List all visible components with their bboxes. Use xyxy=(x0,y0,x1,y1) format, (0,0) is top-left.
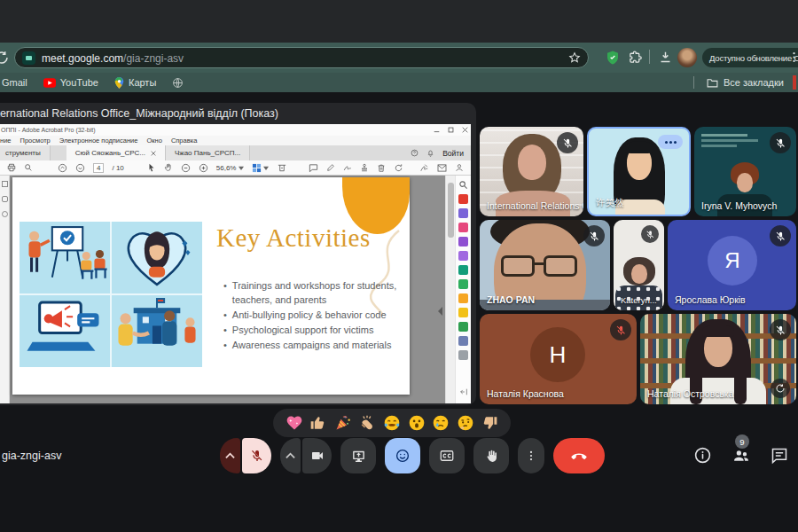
info-icon[interactable] xyxy=(693,446,712,465)
sparkling-heart-icon[interactable] xyxy=(286,414,303,432)
all-bookmarks-button[interactable]: Все закладки xyxy=(693,75,796,90)
bell-icon[interactable] xyxy=(426,149,434,157)
tile-nataliia-ostrovska[interactable]: Наталія Островська xyxy=(640,314,796,404)
export-pdf-icon[interactable] xyxy=(458,194,468,204)
tile-kateryna[interactable]: Kateryn... xyxy=(614,220,664,310)
thinking-face-icon[interactable] xyxy=(457,414,474,432)
zoom-in-icon[interactable] xyxy=(199,163,208,173)
bookmark-gmail[interactable]: Gmail xyxy=(2,77,27,88)
display-settings-icon[interactable] xyxy=(277,163,287,173)
edit-pdf-icon[interactable] xyxy=(458,251,468,261)
envelope-icon[interactable] xyxy=(437,164,447,172)
maximize-icon[interactable] xyxy=(448,127,454,133)
raise-hand-button[interactable] xyxy=(473,438,509,473)
zoom-level-select[interactable]: 56,6% xyxy=(216,164,245,172)
party-popper-icon[interactable] xyxy=(334,414,352,432)
tile-xu-xiaoran[interactable]: 许笑然 xyxy=(587,127,691,216)
stamp-icon[interactable] xyxy=(360,163,369,172)
excel-export-icon[interactable] xyxy=(458,279,468,289)
mic-toggle-button[interactable] xyxy=(242,438,271,473)
tab-tools[interactable]: струменты xyxy=(0,145,51,160)
print-production-icon[interactable] xyxy=(458,322,468,332)
menu-help[interactable]: Справка xyxy=(171,137,197,145)
account-icon[interactable] xyxy=(455,163,464,172)
tile-international-relations[interactable]: International Relations O... xyxy=(480,127,583,216)
camera-options-chevron[interactable] xyxy=(280,438,301,473)
tile-nataliia-krasnova[interactable]: Н Наталія Краснова xyxy=(480,314,637,404)
menu-view[interactable]: Просмотр xyxy=(20,137,51,145)
fill-sign-icon[interactable] xyxy=(419,163,429,172)
tears-of-joy-icon[interactable] xyxy=(383,414,401,432)
tab-doc-1[interactable]: Сюй Сяожань_СРС... xyxy=(66,145,166,160)
download-icon[interactable] xyxy=(658,50,673,65)
scrollbar-thumb[interactable] xyxy=(448,183,454,238)
menu-esign[interactable]: Электронное подписание xyxy=(59,137,138,145)
end-call-button[interactable] xyxy=(553,438,605,473)
chrome-update-button[interactable]: Доступно обновление Chrome xyxy=(702,48,798,67)
panel-collapse-arrow[interactable] xyxy=(438,307,442,316)
address-bar[interactable]: meet.google.com/gia-zngi-asv xyxy=(14,47,589,68)
thumbs-down-icon[interactable] xyxy=(481,414,498,432)
present-button[interactable] xyxy=(340,438,376,473)
chat-icon[interactable] xyxy=(771,447,788,465)
more-options-button[interactable] xyxy=(518,438,544,473)
edit-pencil-icon[interactable] xyxy=(326,163,335,172)
menu-edit[interactable]: ние xyxy=(0,137,12,145)
site-info-icon[interactable] xyxy=(22,51,35,65)
organize-pages-icon[interactable] xyxy=(458,237,468,246)
convert-icon[interactable] xyxy=(458,265,468,275)
refresh-icon[interactable] xyxy=(394,163,403,173)
fill-sign-tool-icon[interactable] xyxy=(458,293,468,303)
thumbs-up-icon[interactable] xyxy=(309,414,327,432)
clapping-hands-icon[interactable] xyxy=(358,414,376,432)
tile-yaroslava-yurkiv[interactable]: Я Ярослава Юрків xyxy=(668,220,796,310)
attachments-panel-icon[interactable] xyxy=(2,211,8,217)
combine-files-icon[interactable] xyxy=(458,223,468,232)
tile-zhao-pan[interactable]: ZHAO PAN xyxy=(480,220,610,310)
help-icon[interactable] xyxy=(411,149,419,157)
page-view-menu[interactable] xyxy=(252,163,269,173)
captions-button[interactable] xyxy=(429,438,465,473)
protect-icon[interactable] xyxy=(458,336,468,346)
tab-close-icon[interactable] xyxy=(151,151,156,156)
extensions-icon[interactable] xyxy=(628,50,643,65)
people-button[interactable]: 9 xyxy=(732,446,751,465)
bookmark-star-icon[interactable] xyxy=(568,51,581,64)
bookmark-maps[interactable]: Карты xyxy=(114,77,156,89)
bookmark-youtube[interactable]: YouTube xyxy=(43,77,98,88)
page-number-input[interactable]: 4 xyxy=(93,163,104,173)
scrollbar[interactable] xyxy=(445,176,455,403)
tile-iryna-myhovych[interactable]: Iryna V. Myhovych xyxy=(694,127,796,216)
select-tool-icon[interactable] xyxy=(147,163,156,172)
close-icon[interactable] xyxy=(462,127,468,133)
page-down-icon[interactable] xyxy=(75,163,85,173)
trash-icon[interactable] xyxy=(377,163,386,173)
sidebar-collapse-icon[interactable] xyxy=(459,387,468,396)
tab-doc-2[interactable]: Чжао Пань_СРСП... xyxy=(166,145,250,160)
page-up-icon[interactable] xyxy=(58,163,67,173)
search-tool-icon[interactable] xyxy=(458,180,468,190)
bookmarks-panel-icon[interactable] xyxy=(2,196,8,202)
signin-button[interactable]: Войти xyxy=(442,149,464,158)
bookmark-globe[interactable] xyxy=(172,77,184,89)
ink-signature-icon[interactable] xyxy=(343,163,352,172)
shield-icon[interactable] xyxy=(605,50,621,66)
profile-avatar[interactable] xyxy=(677,48,697,67)
comment-tool-icon[interactable] xyxy=(458,308,468,317)
search-icon[interactable] xyxy=(24,163,33,172)
browser-menu-icon[interactable] xyxy=(787,50,798,65)
reactions-button[interactable] xyxy=(385,438,420,473)
tile-options-button[interactable] xyxy=(658,135,683,149)
mic-options-chevron[interactable] xyxy=(220,438,240,473)
flip-camera-badge[interactable] xyxy=(771,379,790,398)
camera-toggle-button[interactable] xyxy=(302,438,332,473)
print-icon[interactable] xyxy=(7,163,16,172)
zoom-out-icon[interactable] xyxy=(181,163,191,173)
menu-window[interactable]: Окно xyxy=(146,137,161,145)
share-tool-icon[interactable] xyxy=(458,350,468,360)
surprised-face-icon[interactable] xyxy=(408,414,426,432)
create-pdf-icon[interactable] xyxy=(458,208,468,218)
comment-icon[interactable] xyxy=(309,163,318,173)
minimize-icon[interactable] xyxy=(434,127,440,133)
reload-icon[interactable] xyxy=(0,50,10,66)
